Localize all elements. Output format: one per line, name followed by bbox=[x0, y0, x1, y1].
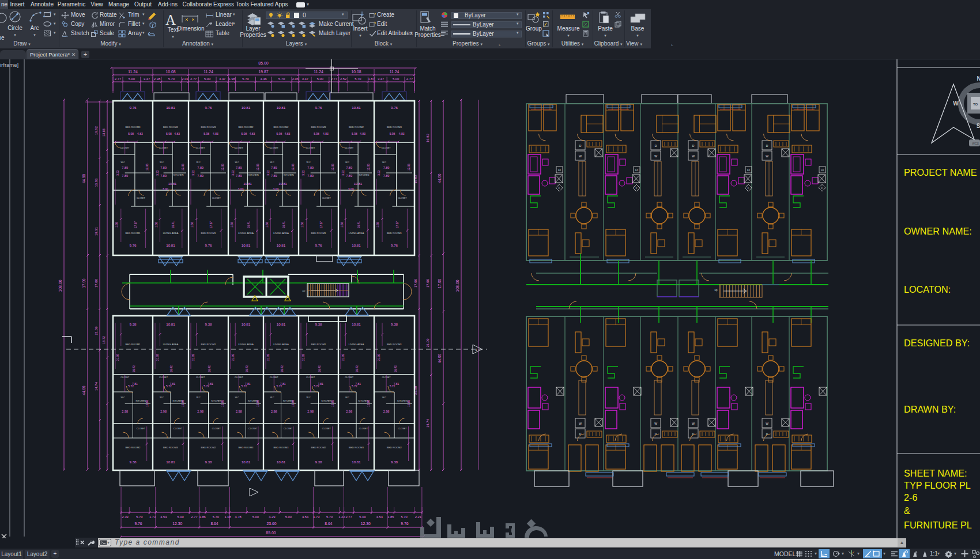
svg-text:BED ROOM3: BED ROOM3 bbox=[163, 446, 178, 449]
svg-text:5.70: 5.70 bbox=[168, 77, 175, 81]
svg-text:BED ROOM1: BED ROOM1 bbox=[201, 343, 216, 346]
svg-text:2.52: 2.52 bbox=[340, 77, 346, 81]
svg-text:BED ROOM2: BED ROOM2 bbox=[201, 446, 216, 449]
svg-text:BED ROOM1: BED ROOM1 bbox=[387, 232, 402, 235]
svg-text:21.09: 21.09 bbox=[116, 354, 119, 361]
svg-text:S: S bbox=[977, 123, 980, 129]
svg-text:BED ROOM3: BED ROOM3 bbox=[201, 126, 216, 129]
svg-text:W.C: W.C bbox=[197, 396, 201, 399]
svg-text:3.22: 3.22 bbox=[192, 170, 195, 176]
svg-text:5.98: 5.98 bbox=[314, 132, 319, 135]
svg-text:LIVING AREA: LIVING AREA bbox=[238, 232, 254, 235]
svg-text:44.00: 44.00 bbox=[82, 386, 86, 395]
svg-text:4.83: 4.83 bbox=[137, 132, 143, 135]
svg-text:BED ROOM2: BED ROOM2 bbox=[387, 446, 402, 449]
svg-text:10.81: 10.81 bbox=[168, 182, 177, 186]
svg-text:W: W bbox=[579, 154, 582, 158]
svg-text:5.00: 5.00 bbox=[285, 515, 292, 519]
svg-text:10.81: 10.81 bbox=[352, 460, 361, 464]
svg-text:1.58: 1.58 bbox=[191, 222, 194, 228]
svg-text:5.70: 5.70 bbox=[401, 515, 407, 519]
svg-text:WCS: WCS bbox=[972, 142, 979, 145]
svg-text:2.33: 2.33 bbox=[122, 515, 129, 519]
svg-text:LIVING AREA: LIVING AREA bbox=[163, 232, 179, 235]
svg-text:7.89: 7.89 bbox=[307, 166, 314, 169]
svg-text:3.22: 3.22 bbox=[156, 170, 159, 176]
svg-text:5.98: 5.98 bbox=[203, 132, 209, 135]
svg-text:W: W bbox=[692, 422, 695, 425]
svg-text:2.98: 2.98 bbox=[197, 410, 203, 413]
svg-text:CLOSET: CLOSET bbox=[248, 428, 258, 430]
svg-text:17.00: 17.00 bbox=[95, 278, 98, 288]
svg-text:12.06: 12.06 bbox=[367, 164, 370, 171]
svg-text:W.C: W.C bbox=[121, 161, 125, 164]
svg-text:2.77: 2.77 bbox=[115, 77, 121, 81]
svg-text:10.81: 10.81 bbox=[242, 243, 251, 247]
svg-text:3.22: 3.22 bbox=[378, 170, 380, 176]
svg-text:17.57: 17.57 bbox=[134, 221, 137, 228]
svg-text:Ln: Ln bbox=[747, 169, 751, 172]
svg-text:2.21: 2.21 bbox=[415, 515, 421, 519]
svg-text:5.00: 5.00 bbox=[359, 515, 365, 519]
svg-text:1.58: 1.58 bbox=[266, 222, 269, 228]
svg-text:5.00: 5.00 bbox=[317, 77, 323, 81]
svg-text:4.83: 4.83 bbox=[250, 132, 255, 135]
svg-text:KITCHEN: KITCHEN bbox=[136, 399, 146, 402]
svg-text:16.42: 16.42 bbox=[170, 365, 173, 372]
svg-text:10.81: 10.81 bbox=[166, 460, 175, 464]
svg-text:4.83: 4.83 bbox=[399, 132, 405, 135]
svg-text:7.89: 7.89 bbox=[383, 166, 390, 169]
svg-text:10.81: 10.81 bbox=[166, 243, 175, 247]
svg-text:10.81: 10.81 bbox=[166, 322, 175, 326]
svg-text:KITCHEN: KITCHEN bbox=[174, 173, 184, 176]
svg-text:4.54: 4.54 bbox=[376, 515, 383, 519]
svg-text:7.89: 7.89 bbox=[271, 166, 277, 169]
svg-text:W: W bbox=[766, 154, 768, 158]
svg-text:1.22: 1.22 bbox=[338, 515, 345, 519]
svg-text:BED ROOM3: BED ROOM3 bbox=[349, 446, 364, 449]
svg-text:CLOSET: CLOSET bbox=[137, 197, 146, 199]
svg-text:5.00: 5.00 bbox=[178, 515, 184, 519]
svg-text:5.00: 5.00 bbox=[393, 77, 399, 81]
svg-text:W.C: W.C bbox=[160, 161, 164, 164]
svg-text:9.76: 9.76 bbox=[129, 105, 137, 109]
svg-text:1.73: 1.73 bbox=[313, 515, 319, 519]
svg-text:12.98: 12.98 bbox=[182, 400, 184, 407]
svg-text:1.86: 1.86 bbox=[199, 515, 206, 519]
svg-text:2.38: 2.38 bbox=[154, 77, 160, 81]
svg-text:Ln: Ln bbox=[821, 169, 824, 172]
svg-text:7.89: 7.89 bbox=[197, 166, 203, 169]
svg-text:12.06: 12.06 bbox=[146, 164, 149, 171]
svg-text:16.41: 16.41 bbox=[172, 221, 175, 228]
svg-text:2.98: 2.98 bbox=[271, 410, 277, 413]
svg-text:7.81: 7.81 bbox=[245, 382, 251, 386]
svg-text:LOCATON:: LOCATON: bbox=[904, 284, 951, 294]
svg-text:4.78: 4.78 bbox=[235, 515, 242, 519]
svg-text:21.09: 21.09 bbox=[378, 354, 380, 361]
svg-text:10.81: 10.81 bbox=[352, 243, 361, 247]
svg-text:3.22: 3.22 bbox=[267, 170, 270, 176]
svg-text:12.06: 12.06 bbox=[292, 164, 295, 171]
svg-text:3.00: 3.00 bbox=[273, 187, 279, 191]
svg-text:CLOSET: CLOSET bbox=[322, 428, 331, 430]
svg-text:9.76: 9.76 bbox=[315, 105, 322, 109]
svg-text:5.00: 5.00 bbox=[129, 77, 135, 81]
svg-text:W.C: W.C bbox=[121, 396, 125, 399]
svg-text:LIVING AREA: LIVING AREA bbox=[273, 343, 289, 346]
svg-text:CLOSET: CLOSET bbox=[174, 428, 183, 430]
svg-text:21.09: 21.09 bbox=[342, 354, 345, 361]
svg-text:17.00: 17.00 bbox=[438, 278, 442, 288]
svg-text:14.74: 14.74 bbox=[426, 418, 429, 428]
svg-text:9.76: 9.76 bbox=[315, 243, 322, 247]
svg-text:7.89: 7.89 bbox=[122, 166, 128, 169]
svg-text:7.89: 7.89 bbox=[346, 166, 352, 169]
svg-text:BED ROOM1: BED ROOM1 bbox=[126, 232, 141, 235]
svg-text:5.98: 5.98 bbox=[352, 132, 357, 135]
svg-text:11.24: 11.24 bbox=[128, 70, 138, 74]
svg-text:17.57: 17.57 bbox=[320, 221, 323, 228]
svg-text:BED ROOM1: BED ROOM1 bbox=[201, 232, 216, 235]
svg-text:44.00: 44.00 bbox=[438, 173, 442, 183]
svg-text:KITCHEN: KITCHEN bbox=[359, 173, 370, 176]
svg-text:4.83: 4.83 bbox=[213, 132, 218, 135]
svg-text:16.82: 16.82 bbox=[95, 126, 98, 135]
